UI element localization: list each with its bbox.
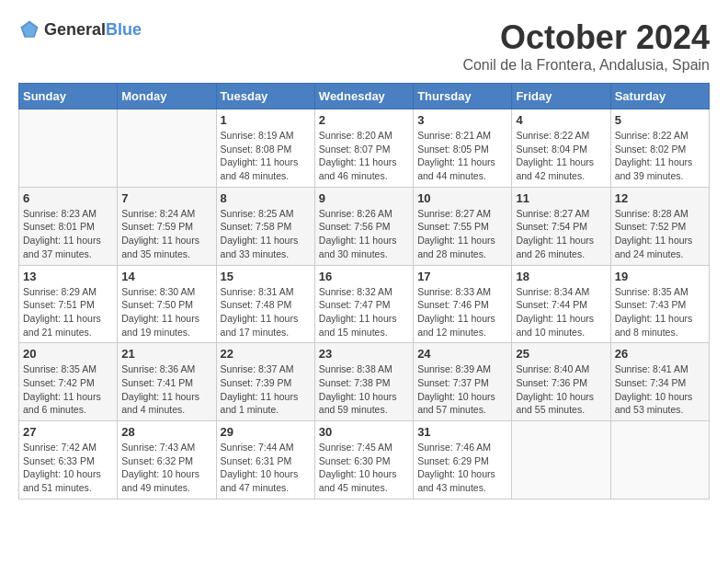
day-info: Sunrise: 7:44 AM Sunset: 6:31 PM Dayligh… xyxy=(221,441,311,495)
day-info: Sunrise: 8:22 AM Sunset: 8:04 PM Dayligh… xyxy=(516,129,606,183)
calendar-cell: 20Sunrise: 8:35 AM Sunset: 7:42 PM Dayli… xyxy=(19,343,118,421)
header-day-saturday: Saturday xyxy=(610,84,709,109)
header-day-wednesday: Wednesday xyxy=(314,84,413,109)
day-number: 18 xyxy=(516,270,606,283)
calendar-cell: 17Sunrise: 8:33 AM Sunset: 7:46 PM Dayli… xyxy=(414,265,512,343)
day-number: 21 xyxy=(121,347,211,361)
calendar-cell: 19Sunrise: 8:35 AM Sunset: 7:43 PM Dayli… xyxy=(610,265,709,343)
day-info: Sunrise: 8:35 AM Sunset: 7:42 PM Dayligh… xyxy=(23,362,113,417)
logo: GeneralBlue xyxy=(18,18,142,40)
day-info: Sunrise: 8:27 AM Sunset: 7:54 PM Dayligh… xyxy=(516,207,606,261)
day-info: Sunrise: 8:39 AM Sunset: 7:37 PM Dayligh… xyxy=(417,362,507,417)
day-number: 20 xyxy=(23,347,113,361)
day-info: Sunrise: 8:19 AM Sunset: 8:08 PM Dayligh… xyxy=(221,129,311,183)
header-day-thursday: Thursday xyxy=(414,84,512,109)
page-header: GeneralBlue October 2024 Conil de la Fro… xyxy=(18,18,710,74)
day-info: Sunrise: 8:21 AM Sunset: 8:05 PM Dayligh… xyxy=(417,129,507,183)
logo-general: General xyxy=(44,20,106,39)
day-info: Sunrise: 8:29 AM Sunset: 7:51 PM Dayligh… xyxy=(23,285,113,339)
header-day-sunday: Sunday xyxy=(19,84,118,109)
day-number: 25 xyxy=(516,347,606,361)
day-number: 3 xyxy=(417,113,507,127)
calendar-cell: 25Sunrise: 8:40 AM Sunset: 7:36 PM Dayli… xyxy=(512,343,610,421)
day-number: 24 xyxy=(417,347,507,361)
calendar-cell: 23Sunrise: 8:38 AM Sunset: 7:38 PM Dayli… xyxy=(314,343,413,421)
calendar-cell xyxy=(19,109,118,188)
day-info: Sunrise: 7:45 AM Sunset: 6:30 PM Dayligh… xyxy=(319,441,409,495)
day-number: 22 xyxy=(221,347,311,361)
calendar-cell: 9Sunrise: 8:26 AM Sunset: 7:56 PM Daylig… xyxy=(314,187,413,265)
calendar-cell: 26Sunrise: 8:41 AM Sunset: 7:34 PM Dayli… xyxy=(610,343,709,421)
day-number: 14 xyxy=(121,270,211,283)
day-number: 15 xyxy=(221,270,311,283)
day-info: Sunrise: 8:40 AM Sunset: 7:36 PM Dayligh… xyxy=(516,362,606,417)
day-info: Sunrise: 8:28 AM Sunset: 7:52 PM Dayligh… xyxy=(615,207,705,261)
day-number: 27 xyxy=(23,425,113,439)
calendar-cell: 30Sunrise: 7:45 AM Sunset: 6:30 PM Dayli… xyxy=(314,421,413,500)
day-info: Sunrise: 8:31 AM Sunset: 7:48 PM Dayligh… xyxy=(221,285,311,339)
day-info: Sunrise: 8:33 AM Sunset: 7:46 PM Dayligh… xyxy=(417,285,507,339)
day-info: Sunrise: 8:34 AM Sunset: 7:44 PM Dayligh… xyxy=(516,285,606,339)
day-number: 23 xyxy=(319,347,409,361)
day-info: Sunrise: 8:38 AM Sunset: 7:38 PM Dayligh… xyxy=(319,362,409,417)
day-number: 28 xyxy=(121,425,211,439)
calendar-cell: 27Sunrise: 7:42 AM Sunset: 6:33 PM Dayli… xyxy=(19,421,118,500)
calendar-week-row: 20Sunrise: 8:35 AM Sunset: 7:42 PM Dayli… xyxy=(19,343,710,421)
day-info: Sunrise: 8:32 AM Sunset: 7:47 PM Dayligh… xyxy=(319,285,409,339)
calendar-cell: 5Sunrise: 8:22 AM Sunset: 8:02 PM Daylig… xyxy=(610,109,709,188)
header-day-tuesday: Tuesday xyxy=(216,84,314,109)
logo-icon xyxy=(18,18,40,40)
calendar-cell: 7Sunrise: 8:24 AM Sunset: 7:59 PM Daylig… xyxy=(118,187,216,265)
calendar-week-row: 13Sunrise: 8:29 AM Sunset: 7:51 PM Dayli… xyxy=(19,265,710,343)
calendar-cell: 22Sunrise: 8:37 AM Sunset: 7:39 PM Dayli… xyxy=(216,343,314,421)
month-title: October 2024 xyxy=(462,18,710,57)
calendar-cell: 8Sunrise: 8:25 AM Sunset: 7:58 PM Daylig… xyxy=(216,187,314,265)
calendar-header-row: SundayMondayTuesdayWednesdayThursdayFrid… xyxy=(19,84,710,109)
title-block: October 2024 Conil de la Frontera, Andal… xyxy=(462,18,710,74)
calendar-week-row: 27Sunrise: 7:42 AM Sunset: 6:33 PM Dayli… xyxy=(19,421,710,500)
day-info: Sunrise: 7:46 AM Sunset: 6:29 PM Dayligh… xyxy=(417,441,507,495)
day-number: 31 xyxy=(417,425,507,439)
day-number: 17 xyxy=(417,270,507,283)
calendar-cell: 21Sunrise: 8:36 AM Sunset: 7:41 PM Dayli… xyxy=(118,343,216,421)
calendar-week-row: 1Sunrise: 8:19 AM Sunset: 8:08 PM Daylig… xyxy=(19,109,710,188)
day-info: Sunrise: 8:37 AM Sunset: 7:39 PM Dayligh… xyxy=(221,362,311,417)
header-day-friday: Friday xyxy=(512,84,610,109)
day-info: Sunrise: 8:27 AM Sunset: 7:55 PM Dayligh… xyxy=(417,207,507,261)
calendar-cell: 29Sunrise: 7:44 AM Sunset: 6:31 PM Dayli… xyxy=(216,421,314,500)
calendar-cell: 16Sunrise: 8:32 AM Sunset: 7:47 PM Dayli… xyxy=(314,265,413,343)
calendar-cell: 12Sunrise: 8:28 AM Sunset: 7:52 PM Dayli… xyxy=(610,187,709,265)
day-info: Sunrise: 8:36 AM Sunset: 7:41 PM Dayligh… xyxy=(121,362,211,417)
day-info: Sunrise: 8:30 AM Sunset: 7:50 PM Dayligh… xyxy=(121,285,211,339)
day-info: Sunrise: 7:43 AM Sunset: 6:32 PM Dayligh… xyxy=(121,441,211,495)
calendar-cell: 15Sunrise: 8:31 AM Sunset: 7:48 PM Dayli… xyxy=(216,265,314,343)
day-info: Sunrise: 8:26 AM Sunset: 7:56 PM Dayligh… xyxy=(319,207,409,261)
day-info: Sunrise: 8:35 AM Sunset: 7:43 PM Dayligh… xyxy=(615,285,705,339)
day-number: 9 xyxy=(319,191,409,205)
calendar-cell: 14Sunrise: 8:30 AM Sunset: 7:50 PM Dayli… xyxy=(118,265,216,343)
day-info: Sunrise: 8:22 AM Sunset: 8:02 PM Dayligh… xyxy=(615,129,705,183)
day-number: 6 xyxy=(23,191,113,205)
calendar-cell: 13Sunrise: 8:29 AM Sunset: 7:51 PM Dayli… xyxy=(19,265,118,343)
day-info: Sunrise: 7:42 AM Sunset: 6:33 PM Dayligh… xyxy=(23,441,113,495)
day-number: 7 xyxy=(121,191,211,205)
calendar-cell xyxy=(610,421,709,500)
day-number: 10 xyxy=(417,191,507,205)
calendar-cell xyxy=(118,109,216,188)
day-number: 13 xyxy=(23,270,113,283)
day-number: 29 xyxy=(221,425,311,439)
calendar-cell: 2Sunrise: 8:20 AM Sunset: 8:07 PM Daylig… xyxy=(314,109,413,188)
day-info: Sunrise: 8:24 AM Sunset: 7:59 PM Dayligh… xyxy=(121,207,211,261)
logo-text: GeneralBlue xyxy=(44,20,142,40)
calendar-cell: 3Sunrise: 8:21 AM Sunset: 8:05 PM Daylig… xyxy=(414,109,512,188)
calendar-cell: 24Sunrise: 8:39 AM Sunset: 7:37 PM Dayli… xyxy=(414,343,512,421)
day-number: 19 xyxy=(615,270,705,283)
calendar-cell: 31Sunrise: 7:46 AM Sunset: 6:29 PM Dayli… xyxy=(414,421,512,500)
location-title: Conil de la Frontera, Andalusia, Spain xyxy=(462,57,710,74)
calendar-cell: 1Sunrise: 8:19 AM Sunset: 8:08 PM Daylig… xyxy=(216,109,314,188)
calendar-cell: 11Sunrise: 8:27 AM Sunset: 7:54 PM Dayli… xyxy=(512,187,610,265)
day-number: 4 xyxy=(516,113,606,127)
day-number: 1 xyxy=(221,113,311,127)
calendar-table: SundayMondayTuesdayWednesdayThursdayFrid… xyxy=(18,83,710,500)
logo-blue: Blue xyxy=(106,20,142,39)
